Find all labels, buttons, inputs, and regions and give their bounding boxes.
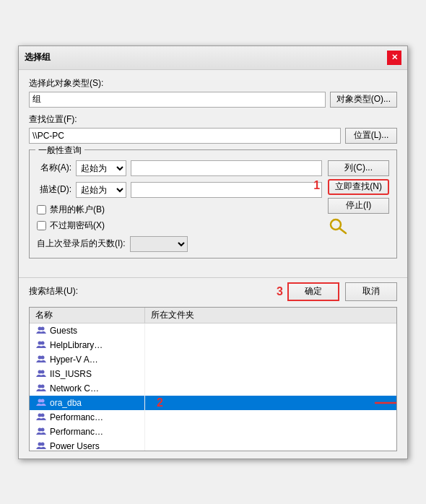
name-dropdown[interactable]: 起始为 — [76, 160, 126, 176]
ok-button[interactable]: 确定 — [287, 282, 339, 301]
general-query-group: 一般性查询 名称(A): 起始为 描述 — [29, 149, 397, 258]
result-name-cell: Performanc… — [30, 410, 145, 425]
cancel-button[interactable]: 取消 — [345, 282, 397, 301]
stop-button[interactable]: 停止(I) — [328, 198, 389, 214]
days-label: 自上次登录后的天数(I): — [37, 238, 126, 250]
result-name-cell: Performanc… — [30, 425, 145, 439]
result-location-cell — [145, 439, 396, 451]
table-row[interactable]: Guests — [30, 323, 396, 338]
svg-point-13 — [41, 399, 45, 402]
object-type-input[interactable] — [29, 92, 326, 108]
dialog-title: 选择组 — [25, 51, 51, 64]
step1-badge: 1 — [313, 179, 320, 192]
group-icon — [35, 440, 47, 451]
result-location-cell — [145, 352, 396, 367]
group-icon — [35, 325, 47, 336]
table-row[interactable]: HelpLibrary… — [30, 338, 396, 352]
svg-point-7 — [41, 355, 45, 359]
location-row: 查找位置(F): 位置(L)... — [29, 113, 397, 144]
name-query-row: 名称(A): 起始为 — [37, 160, 322, 176]
close-button[interactable]: ✕ — [387, 51, 401, 65]
result-name-cell: Power Users — [30, 439, 145, 451]
col-location-header: 所在文件夹 — [145, 308, 396, 323]
name-label: 名称(A): — [37, 162, 71, 174]
location-button[interactable]: 位置(L)... — [345, 128, 397, 144]
result-location-cell — [145, 425, 396, 439]
result-location-cell — [145, 381, 396, 396]
disabled-accounts-row: 禁用的帐户(B) — [37, 204, 322, 216]
result-name-cell: ora_dba — [30, 396, 145, 410]
disabled-accounts-checkbox[interactable] — [37, 205, 46, 214]
svg-point-19 — [41, 427, 45, 431]
days-row: 自上次登录后的天数(I): — [37, 236, 322, 252]
group-icon — [35, 397, 47, 409]
right-buttons: 列(C)... 1 立即查找(N) 停止(I) — [328, 160, 389, 237]
bottom-bar: 搜索结果(U): 3 确定 取消 — [19, 277, 407, 307]
desc-query-row: 描述(D): 起始为 — [37, 182, 322, 198]
group-icon — [35, 368, 47, 380]
table-row[interactable]: Performanc… — [30, 410, 396, 425]
svg-point-11 — [41, 384, 45, 388]
general-query-content: 名称(A): 起始为 描述(D): 起始为 — [37, 160, 389, 252]
result-location-cell — [145, 323, 396, 338]
group-box-title: 一般性查询 — [35, 144, 84, 157]
results-area[interactable]: 名称 所在文件夹 Guests HelpLibrary… — [29, 307, 397, 451]
desc-label: 描述(D): — [37, 183, 71, 196]
svg-point-5 — [41, 341, 45, 344]
svg-point-21 — [41, 442, 45, 446]
result-name-cell: Network C… — [30, 381, 145, 396]
results-label: 搜索结果(U): — [29, 285, 78, 297]
table-row[interactable]: Power Users — [30, 439, 396, 451]
query-area: 名称(A): 起始为 描述(D): 起始为 — [37, 160, 389, 252]
desc-text-input[interactable] — [131, 182, 322, 198]
svg-point-9 — [41, 370, 45, 373]
table-row[interactable]: Hyper-V A… — [30, 352, 396, 367]
search-btn-wrapper: 1 立即查找(N) — [328, 179, 389, 195]
no-expire-pwd-row: 不过期密码(X) — [37, 220, 322, 232]
location-label: 查找位置(F): — [29, 113, 397, 126]
group-icon — [35, 426, 47, 438]
step2-badge: 2 — [157, 396, 163, 409]
svg-line-1 — [339, 228, 346, 233]
step3-badge: 3 — [277, 285, 283, 298]
columns-button[interactable]: 列(C)... — [328, 160, 389, 176]
result-name-cell: Hyper-V A… — [30, 352, 145, 367]
group-icon — [35, 383, 47, 394]
location-input[interactable] — [29, 128, 341, 144]
days-dropdown[interactable] — [130, 236, 188, 252]
table-row[interactable]: IIS_IUSRS — [30, 367, 396, 381]
result-location-cell — [145, 367, 396, 381]
search-now-button[interactable]: 立即查找(N) — [328, 179, 389, 195]
table-row[interactable]: ora_dba 2 — [30, 396, 396, 410]
desc-dropdown[interactable]: 起始为 — [76, 182, 126, 198]
svg-point-17 — [41, 413, 45, 417]
table-row[interactable]: Network C… — [30, 381, 396, 396]
dialog-body: 选择此对象类型(S): 对象类型(O)... 查找位置(F): 位置(L)...… — [19, 70, 407, 273]
table-row[interactable]: Performanc… — [30, 425, 396, 439]
name-text-input[interactable] — [131, 160, 322, 176]
object-type-input-row: 对象类型(O)... — [29, 92, 397, 108]
result-location-cell — [145, 410, 396, 425]
location-input-row: 位置(L)... — [29, 128, 397, 144]
query-left: 名称(A): 起始为 描述(D): 起始为 — [37, 160, 322, 252]
col-name-header: 名称 — [30, 308, 145, 323]
result-location-cell — [145, 338, 396, 352]
select-group-dialog: 选择组 ✕ 选择此对象类型(S): 对象类型(O)... 查找位置(F): 位置… — [18, 45, 408, 459]
search-icon — [328, 217, 351, 237]
result-name-cell: Guests — [30, 323, 145, 338]
group-icon — [35, 412, 47, 423]
result-location-cell: 2 — [145, 396, 396, 410]
disabled-accounts-label: 禁用的帐户(B) — [50, 204, 105, 216]
object-type-label: 选择此对象类型(S): — [29, 77, 397, 90]
title-bar: 选择组 ✕ — [19, 46, 407, 70]
result-name-cell: IIS_IUSRS — [30, 367, 145, 381]
result-name-cell: HelpLibrary… — [30, 338, 145, 352]
group-icon — [35, 354, 47, 365]
svg-point-3 — [41, 326, 45, 330]
group-icon — [35, 339, 47, 351]
no-expire-pwd-checkbox[interactable] — [37, 221, 46, 230]
object-type-row: 选择此对象类型(S): 对象类型(O)... — [29, 77, 397, 108]
results-header: 名称 所在文件夹 — [30, 308, 396, 323]
no-expire-pwd-label: 不过期密码(X) — [50, 220, 105, 232]
object-type-button[interactable]: 对象类型(O)... — [330, 92, 397, 108]
